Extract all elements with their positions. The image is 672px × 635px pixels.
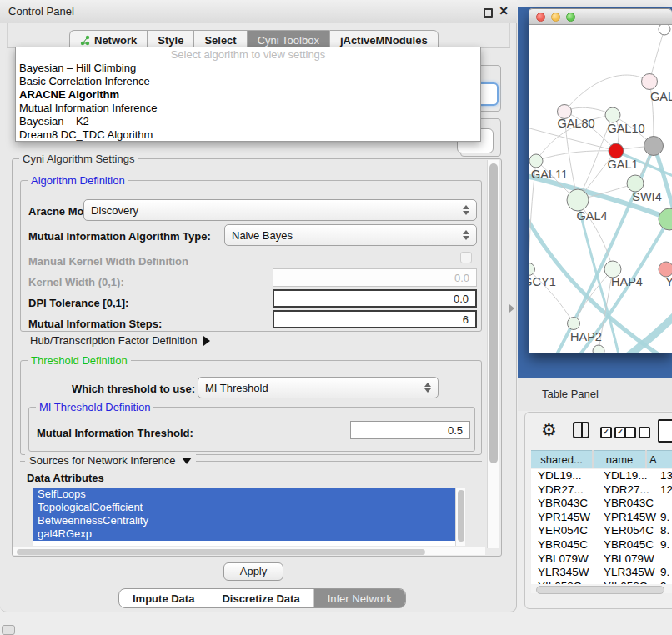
- dropdown-item[interactable]: Bayesian – K2: [16, 115, 480, 128]
- data-attributes-list[interactable]: SelfLoopsTopologicalCoefficientBetweenne…: [33, 488, 465, 546]
- network-node[interactable]: [609, 143, 624, 158]
- dropdown-item[interactable]: ARACNE Algorithm: [16, 88, 480, 102]
- apply-button[interactable]: Apply: [223, 562, 283, 581]
- data-attributes-label: Data Attributes: [27, 472, 104, 484]
- table-row[interactable]: YBR043CYBR043C: [531, 497, 672, 511]
- network-node[interactable]: [659, 25, 670, 35]
- corner-widget-icon[interactable]: [2, 625, 15, 635]
- table-cell: 13: [657, 469, 672, 483]
- network-view[interactable]: GALGAL80GAL10GAL1GAL11SWI4GAL4GCY1HAP4YH…: [529, 25, 672, 352]
- table-row[interactable]: YLR345WYLR345W9.: [531, 566, 672, 580]
- attribute-list-item[interactable]: BetweennessCentrality: [33, 514, 455, 528]
- dropdown-item[interactable]: Mutual Information Inference: [16, 102, 480, 115]
- mi-algorithm-type-select[interactable]: Naive Bayes: [224, 224, 477, 246]
- table-row[interactable]: YBR045CYBR045C9.: [531, 538, 672, 552]
- node-label: GAL80: [557, 117, 594, 130]
- network-node[interactable]: [659, 208, 672, 230]
- attributes-scrollbar-thumb[interactable]: [458, 490, 464, 542]
- node-label: GAL4: [576, 209, 607, 222]
- table-row[interactable]: YBL079WYBL079W: [531, 552, 672, 567]
- mi-steps-label: Mutual Information Steps:: [28, 318, 162, 330]
- attributes-scrollbar-track[interactable]: [455, 488, 465, 546]
- close-icon[interactable]: ✕: [497, 4, 510, 19]
- mi-steps-input[interactable]: 6: [273, 310, 477, 328]
- stepper-icon: [424, 382, 431, 392]
- table-row[interactable]: YER054CYER054C8.: [531, 524, 672, 538]
- table-row[interactable]: YDL19...YDL19...13: [531, 469, 672, 483]
- dropdown-item[interactable]: Bayesian – Hill Climbing: [16, 62, 480, 75]
- tab-label: jActiveMNodules: [340, 34, 428, 47]
- network-node[interactable]: [627, 175, 644, 192]
- table-row[interactable]: YPR145WYPR145W9.: [531, 511, 672, 525]
- network-graph[interactable]: GALGAL80GAL10GAL1GAL11SWI4GAL4GCY1HAP4YH…: [529, 25, 672, 352]
- tab-discretize-data[interactable]: Discretize Data: [208, 589, 313, 608]
- close-traffic-light[interactable]: [536, 12, 545, 22]
- network-node[interactable]: [644, 137, 664, 156]
- table-row[interactable]: YDR27...YDR27...12: [531, 483, 672, 498]
- network-node[interactable]: [593, 345, 604, 352]
- float-window-icon[interactable]: [484, 8, 493, 18]
- settings-hscrollbar-track[interactable]: [13, 547, 485, 555]
- table-cell: YBL079W: [531, 552, 600, 567]
- table-body: YDL19...YDL19...13YDR27...YDR27...12YBR0…: [531, 469, 672, 584]
- dropdown-item[interactable]: Dream8 DC_TDC Algorithm: [16, 128, 480, 142]
- stepper-icon: [463, 230, 469, 240]
- panel-splitter-arrow[interactable]: [509, 304, 514, 312]
- table-cell: YDR27...: [600, 483, 657, 498]
- sources-expander[interactable]: Sources for Network Inference: [25, 454, 196, 467]
- column-header[interactable]: name: [594, 450, 645, 468]
- network-node[interactable]: [642, 74, 658, 90]
- tab-impute-data[interactable]: Impute Data: [119, 589, 208, 608]
- split-columns-icon[interactable]: [573, 422, 589, 438]
- attribute-list-item[interactable]: TopologicalCoefficient: [33, 501, 455, 514]
- attribute-list-item[interactable]: gal4RGexp: [33, 528, 455, 541]
- mi-threshold-input[interactable]: 0.5: [350, 421, 470, 439]
- node-label: GAL1: [607, 158, 638, 171]
- settings-hscrollbar-thumb[interactable]: [17, 549, 425, 555]
- minimize-traffic-light[interactable]: [551, 12, 560, 22]
- panel-title: Control Panel: [8, 5, 74, 18]
- deselect-checkboxes-icon[interactable]: [624, 427, 650, 438]
- network-node[interactable]: [567, 189, 589, 211]
- network-node[interactable]: [529, 154, 543, 168]
- mi-threshold-definition-title: MI Threshold Definition: [36, 401, 153, 413]
- hub-factor-expander[interactable]: Hub/Transcription Factor Definition: [30, 334, 210, 347]
- network-edge: [536, 151, 616, 161]
- tab-label: Select: [204, 34, 236, 47]
- attribute-list-item[interactable]: SelfLoops: [33, 488, 455, 501]
- network-window-titlebar[interactable]: [529, 8, 672, 25]
- table-cell: 9.: [657, 538, 672, 552]
- table-cell: YER054C: [600, 524, 657, 538]
- background-strip: [518, 0, 672, 8]
- dropdown-item[interactable]: Basic Correlation Inference: [16, 75, 480, 88]
- dpi-tolerance-input[interactable]: 0.0: [273, 289, 477, 308]
- document-icon[interactable]: [658, 419, 672, 442]
- network-node[interactable]: [605, 108, 620, 122]
- settings-scrollbar-thumb[interactable]: [489, 163, 498, 463]
- table-panel-title: Table Panel: [542, 388, 599, 400]
- table-cell: YDL19...: [531, 469, 600, 483]
- zoom-traffic-light[interactable]: [566, 12, 575, 22]
- which-threshold-select[interactable]: MI Threshold: [198, 377, 439, 398]
- table-hscrollbar-thumb[interactable]: [536, 586, 664, 594]
- node-label: GAL10: [607, 122, 644, 135]
- tab-infer-network[interactable]: Infer Network: [314, 589, 405, 608]
- kernel-width-input[interactable]: 0.0: [273, 268, 477, 287]
- settings-scrollbar-track[interactable]: [487, 160, 499, 548]
- tab-label: Cyni Toolbox: [258, 34, 319, 47]
- select-all-checkboxes-icon[interactable]: ✓ ✓: [600, 427, 626, 438]
- table-hscrollbar-track[interactable]: [531, 584, 672, 593]
- column-header[interactable]: shared...: [531, 450, 592, 468]
- gear-icon[interactable]: ⚙: [541, 420, 557, 440]
- control-panel-tabbar: NetworkStyleSelectCyni ToolboxjActiveMNo…: [69, 30, 439, 48]
- column-header[interactable]: A: [647, 450, 672, 468]
- network-node[interactable]: [529, 263, 535, 276]
- aracne-mode-select[interactable]: Discovery: [83, 199, 477, 221]
- node-label: HAP4: [611, 275, 643, 288]
- manual-kernel-width-checkbox[interactable]: [460, 252, 472, 263]
- status-strip: [0, 612, 672, 635]
- network-edge: [564, 75, 649, 112]
- table-cell: [657, 552, 672, 567]
- network-node[interactable]: [568, 318, 580, 330]
- table-cell: YPR145W: [531, 511, 600, 525]
